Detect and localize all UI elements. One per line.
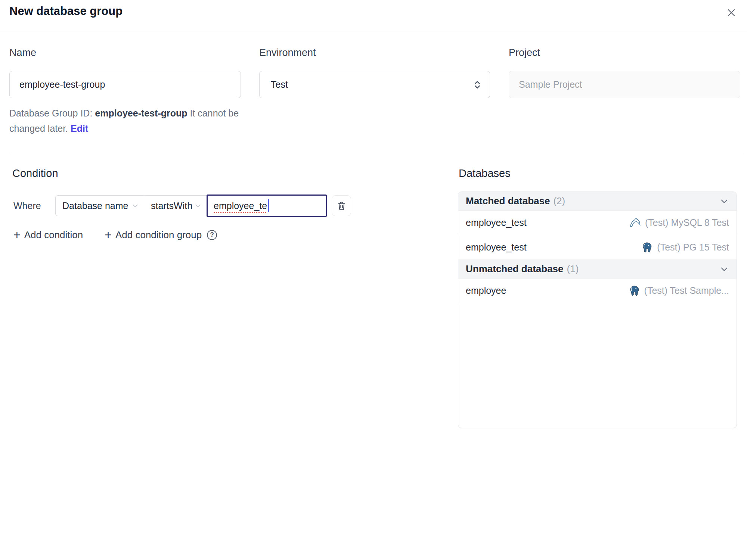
postgresql-icon [628,285,640,297]
add-condition-group-button[interactable]: + Add condition group ? [105,229,217,241]
add-condition-group-label: Add condition group [115,229,202,241]
select-updown-icon [473,79,481,90]
plus-icon: + [105,229,112,241]
databases-title: Databases [459,167,511,180]
name-input[interactable] [9,71,241,98]
chevron-down-icon [132,202,139,209]
group-id-value: employee-test-group [95,108,187,118]
condition-factor-value: Database name [62,200,128,211]
postgresql-icon [641,242,653,253]
condition-factor-select[interactable]: Database name [56,196,144,216]
database-instance: (Test) PG 15 Test [657,242,729,253]
unmatched-database-count: (1) [567,263,579,275]
chevron-down-icon [195,202,201,209]
help-icon[interactable]: ? [207,230,217,240]
close-button[interactable] [724,5,739,20]
condition-title: Condition [12,167,58,180]
databases-panel: Matched database (2) employee_test (Test… [458,192,737,428]
database-row: employee_test (Test) PG 15 Test [458,235,737,260]
close-icon [726,7,737,18]
project-input[interactable] [509,71,740,98]
project-label: Project [509,47,540,59]
environment-select[interactable]: Test [259,71,490,98]
environment-selected-value: Test [271,79,473,90]
header-divider [0,31,747,31]
database-instance-info: (Test) MySQL 8 Test [629,217,729,229]
condition-row: Where Database name startsWith employee_… [13,195,351,217]
environment-label: Environment [259,47,316,59]
add-condition-label: Add condition [24,229,83,241]
chevron-down-icon [719,264,729,274]
condition-group: Database name startsWith [55,195,207,216]
condition-value-input[interactable]: employee_te [207,195,327,217]
condition-value-text: employee_te [214,200,267,211]
database-instance: (Test) MySQL 8 Test [645,217,729,228]
condition-actions: + Add condition + Add condition group ? [13,225,217,244]
matched-database-label: Matched database [466,195,550,207]
chevron-down-icon [719,196,729,206]
trash-icon [337,201,347,211]
matched-database-count: (2) [553,195,565,207]
database-name: employee [466,285,506,296]
delete-condition-button[interactable] [332,195,351,216]
database-row: employee_test (Test) MySQL 8 Test [458,211,737,235]
new-database-group-dialog: New database group Name Environment Proj… [0,0,747,560]
group-id-note: Database Group ID: employee-test-group I… [9,106,250,136]
matched-database-header[interactable]: Matched database (2) [458,192,737,211]
dialog-title: New database group [9,4,123,18]
condition-operator-select[interactable]: startsWith [144,196,207,216]
name-label: Name [9,47,36,59]
plus-icon: + [13,229,21,241]
where-label: Where [13,200,55,211]
section-divider [9,153,743,153]
unmatched-database-header[interactable]: Unmatched database (1) [458,260,737,279]
database-name: employee_test [466,217,527,228]
database-instance: (Test) Test Sample... [644,285,729,296]
text-caret [268,199,269,212]
unmatched-database-label: Unmatched database [466,263,564,275]
condition-operator-value: startsWith [151,200,192,211]
mysql-icon [629,217,641,229]
database-name: employee_test [466,242,527,253]
edit-group-id-link[interactable]: Edit [71,123,88,134]
database-instance-info: (Test) Test Sample... [628,285,729,297]
add-condition-button[interactable]: + Add condition [13,229,83,241]
group-id-note-prefix: Database Group ID: [9,108,95,118]
database-instance-info: (Test) PG 15 Test [641,242,729,253]
database-row: employee (Test) Test Sample... [458,279,737,303]
